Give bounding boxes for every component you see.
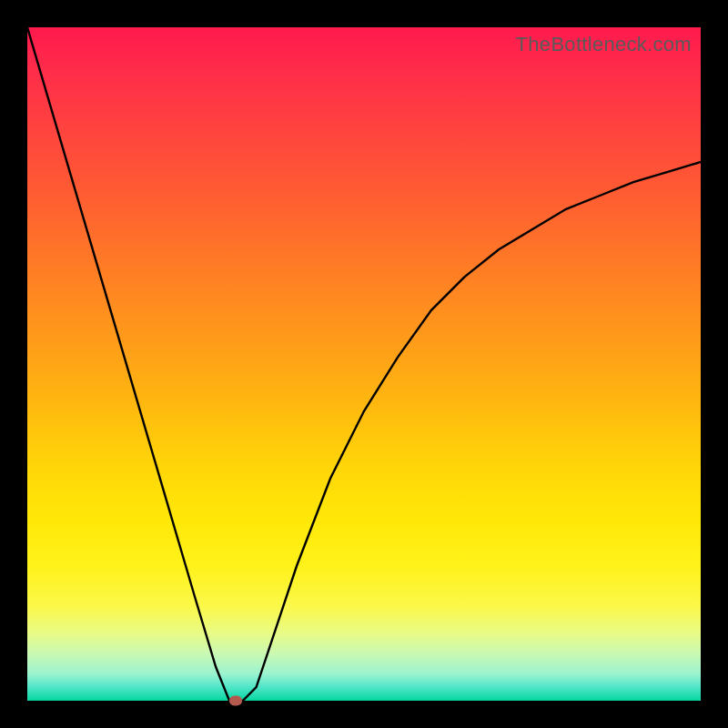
plot-area: TheBottleneck.com [27, 27, 701, 701]
curve-path [27, 27, 701, 701]
bottleneck-curve [27, 27, 701, 701]
optimum-marker [229, 696, 242, 706]
chart-frame: TheBottleneck.com [0, 0, 728, 728]
